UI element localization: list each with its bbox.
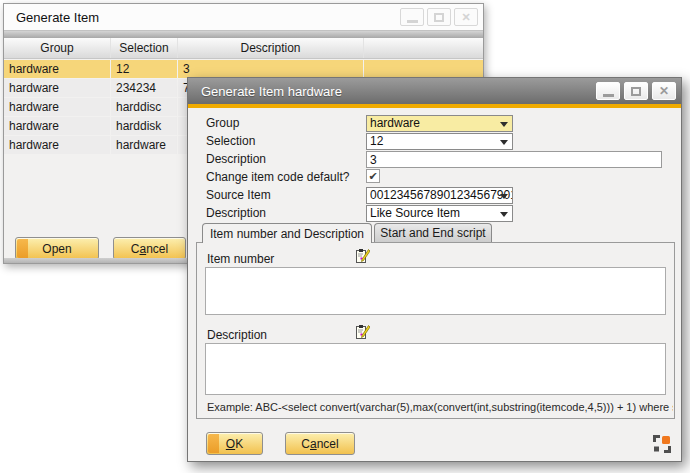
close-button[interactable]: ✕ (652, 82, 676, 100)
description-mode-combo[interactable]: Like Source Item (366, 205, 513, 222)
cancel-button[interactable]: Cancel (285, 432, 355, 455)
selection-label: Selection (206, 133, 255, 150)
cell-selection[interactable]: 234234 (111, 79, 177, 97)
item-number-label: Item number (207, 252, 274, 266)
edit-note-icon[interactable] (354, 324, 370, 340)
table-row[interactable]: hardware 12 3 (4, 60, 483, 78)
description-mode-combo-value: Like Source Item (370, 206, 460, 220)
window-title: Generate Item hardware (201, 84, 592, 99)
table-header: Group Selection Description (4, 38, 483, 59)
maximize-button[interactable] (427, 8, 451, 26)
source-item-combo[interactable]: 00123456789012345679012345 (366, 187, 513, 204)
cell-group[interactable]: hardware (4, 60, 110, 78)
titlebar[interactable]: Generate Item hardware ✕ (188, 78, 681, 104)
close-icon: ✕ (659, 85, 669, 97)
ok-button[interactable]: OK (206, 432, 263, 455)
open-button[interactable]: Open (15, 237, 99, 260)
chevron-down-icon (500, 194, 508, 199)
minimize-icon (603, 94, 614, 97)
minimize-button[interactable] (400, 8, 424, 26)
checkmark-icon: ✔ (368, 171, 377, 182)
column-header-selection[interactable]: Selection (111, 38, 178, 58)
resize-grip-icon[interactable] (653, 435, 671, 453)
open-button-label: Open (42, 242, 71, 256)
cancel-button-label: Cancel (131, 242, 168, 256)
cell-selection[interactable]: harddisc (111, 98, 177, 116)
chevron-down-icon (500, 122, 508, 127)
change-item-code-checkbox[interactable]: ✔ (366, 169, 380, 183)
group-label: Group (206, 115, 239, 132)
panel-description-textarea[interactable] (205, 343, 666, 395)
tab-item-number-and-description[interactable]: Item number and Description (202, 223, 372, 243)
chevron-down-icon (500, 212, 508, 217)
accent-line (188, 104, 681, 108)
tab-panel: Item number Description Example: ABC-<se… (196, 242, 675, 419)
toolbar-strip (4, 30, 483, 38)
description-mode-label: Description (206, 205, 266, 222)
example-text: Example: ABC-<select convert(varchar(5),… (207, 401, 673, 413)
cancel-button[interactable]: Cancel (113, 237, 186, 260)
close-button[interactable]: ✕ (454, 8, 478, 26)
default-button-marker (208, 434, 219, 453)
column-header-description[interactable]: Description (178, 38, 364, 58)
minimize-icon (407, 20, 418, 23)
maximize-icon (434, 13, 444, 22)
tab-start-and-end-script[interactable]: Start and End script (374, 223, 492, 242)
maximize-button[interactable] (624, 82, 648, 100)
group-combo[interactable]: hardware (366, 115, 513, 132)
panel-description-label: Description (207, 328, 267, 342)
generate-item-hardware-window: Generate Item hardware ✕ Group hardware … (187, 77, 682, 462)
description-input[interactable] (366, 151, 662, 168)
selection-combo-value: 12 (370, 134, 383, 148)
cell-filler (364, 60, 483, 78)
cell-description[interactable]: 3 (178, 60, 363, 78)
close-icon: ✕ (461, 12, 470, 23)
change-item-code-label: Change item code default? (206, 169, 349, 186)
minimize-button[interactable] (596, 82, 620, 100)
description-label: Description (206, 151, 266, 168)
column-header-filler (364, 38, 483, 58)
cell-group[interactable]: hardware (4, 117, 110, 135)
maximize-icon (631, 87, 641, 96)
cell-selection[interactable]: 12 (111, 60, 177, 78)
cell-selection[interactable]: harddisk (111, 117, 177, 135)
cancel-button-label: Cancel (301, 437, 338, 451)
cell-selection[interactable]: hardware (111, 136, 177, 154)
ok-button-label: OK (226, 437, 243, 451)
default-button-marker (17, 239, 28, 258)
column-header-group[interactable]: Group (4, 38, 111, 58)
item-number-textarea[interactable] (205, 267, 666, 315)
cell-group[interactable]: hardware (4, 79, 110, 97)
selection-combo[interactable]: 12 (366, 133, 513, 150)
window-title: Generate Item (16, 10, 397, 25)
tab-bar: Item number and Description Start and En… (202, 223, 492, 243)
edit-note-icon[interactable] (354, 248, 370, 264)
source-item-label: Source Item (206, 187, 271, 204)
group-combo-value: hardware (370, 116, 420, 130)
cell-group[interactable]: hardware (4, 136, 110, 154)
source-item-combo-value: 00123456789012345679012345 (370, 188, 513, 202)
titlebar[interactable]: Generate Item ✕ (4, 4, 483, 30)
chevron-down-icon (500, 140, 508, 145)
cell-group[interactable]: hardware (4, 98, 110, 116)
